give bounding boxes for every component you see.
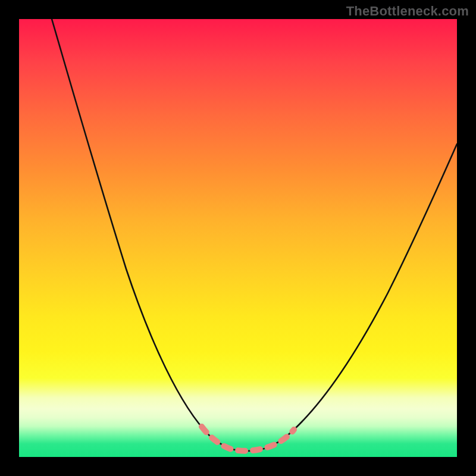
optimum-marker: [202, 427, 294, 451]
bottleneck-curve: [52, 19, 457, 451]
chart-frame: TheBottleneck.com: [0, 0, 476, 476]
curve-svg: [19, 19, 457, 457]
plot-area: [19, 19, 457, 457]
watermark-text: TheBottleneck.com: [346, 4, 469, 19]
